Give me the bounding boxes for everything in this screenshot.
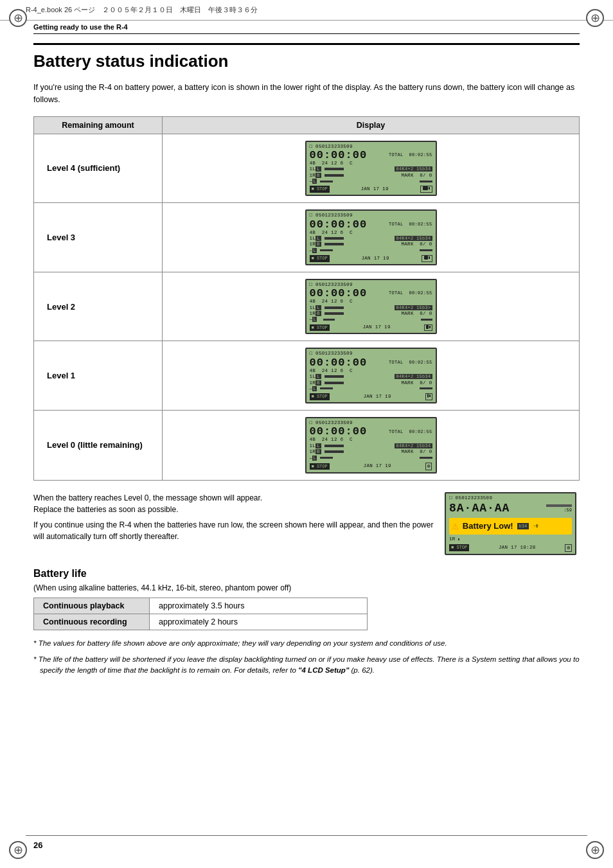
table-row: Continuous playback approximately 3.5 ho… [34, 598, 368, 614]
life-label-recording: Continuous recording [34, 614, 150, 630]
lcd-display-4: □ 050123233509 00:00:00 TOTAL 00:02:55 4… [163, 134, 580, 203]
level-label-4: Level 4 (sufficient) [34, 134, 163, 203]
col-header-display: Display [163, 116, 580, 134]
top-bar-text: R-4_e.book 26 ページ ２００５年２月１０日 木曜日 午後３時３６分 [26, 6, 258, 13]
life-value-recording: approximately 2 hours [150, 614, 368, 630]
bottom-line [26, 835, 587, 836]
battery-life-title: Battery life [33, 568, 580, 580]
page-number: 26 [33, 840, 42, 850]
footnote-2: * The life of the battery will be shorte… [33, 654, 580, 677]
post-text-3: If you continue using the R-4 when the b… [33, 519, 434, 542]
level-label-0: Level 0 (little remaining) [34, 411, 163, 481]
post-text-1: When the battery reaches Level 0, the me… [33, 492, 434, 504]
intro-text: If you're using the R-4 on battery power… [33, 82, 580, 106]
life-label-playback: Continuous playback [34, 598, 150, 614]
corner-decoration-br [586, 841, 604, 859]
battery-life-table: Continuous playback approximately 3.5 ho… [33, 598, 368, 630]
table-row: Level 1 □ 050123233509 00:00:00 TOTAL 00… [34, 341, 580, 411]
table-row: Level 0 (little remaining) □ 05012323350… [34, 411, 580, 481]
post-text-2: Replace the batteries as soon as possibl… [33, 504, 434, 515]
top-bar: R-4_e.book 26 ページ ２００５年２月１０日 木曜日 午後３時３６分 [0, 0, 613, 21]
battery-life-subtitle: (When using alkaline batteries, 44.1 kHz… [33, 583, 580, 592]
page: R-4_e.book 26 ページ ２００５年２月１０日 木曜日 午後３時３６分… [0, 0, 613, 868]
corner-decoration-tl [9, 9, 27, 27]
low-battery-display: □ 050123233509 8A·AA·AA :59 ⚠ Battery Lo… [445, 492, 580, 555]
footnote: * The values for battery life shown abov… [33, 638, 580, 677]
life-value-playback: approximately 3.5 hours [150, 598, 368, 614]
table-row: Continuous recording approximately 2 hou… [34, 614, 368, 630]
table-row: Level 4 (sufficient) □ 050123233509 00:0… [34, 134, 580, 203]
level-label-2: Level 2 [34, 272, 163, 341]
main-content: Getting ready to use the R-4 Battery sta… [0, 21, 613, 707]
table-row: Level 2 □ 050123233509 00:00:00 TOTAL 00… [34, 272, 580, 341]
level-label-1: Level 1 [34, 341, 163, 411]
lcd-display-2: □ 050123233509 00:00:00 TOTAL 00:02:55 4… [163, 272, 580, 341]
table-row: Level 3 □ 050123233509 00:00:00 TOTAL 00… [34, 203, 580, 272]
level-label-3: Level 3 [34, 203, 163, 272]
col-header-remaining: Remaining amount [34, 116, 163, 134]
battery-life-section: Battery life (When using alkaline batter… [33, 568, 580, 677]
page-title: Battery status indication [33, 43, 580, 75]
footnote-1: * The values for battery life shown abov… [33, 638, 580, 649]
post-table-text: When the battery reaches Level 0, the me… [33, 492, 434, 542]
corner-decoration-bl [9, 841, 27, 859]
corner-decoration-tr [586, 9, 604, 27]
post-table-section: When the battery reaches Level 0, the me… [33, 492, 580, 555]
lcd-display-3: □ 050123233509 00:00:00 TOTAL 00:02:55 4… [163, 203, 580, 272]
lcd-display-1: □ 050123233509 00:00:00 TOTAL 00:02:55 4… [163, 341, 580, 411]
section-heading: Getting ready to use the R-4 [33, 21, 580, 34]
battery-status-table: Remaining amount Display Level 4 (suffic… [33, 116, 580, 481]
lcd-display-0: □ 050123233509 00:00:00 TOTAL 00:02:55 4… [163, 411, 580, 481]
